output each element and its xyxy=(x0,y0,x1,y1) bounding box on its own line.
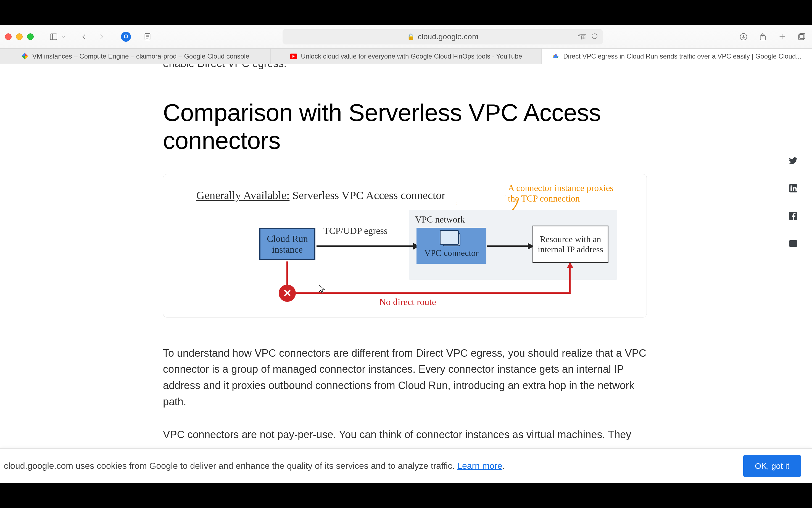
address-bar[interactable]: 🔒 cloud.google.com ᴬ亩 xyxy=(283,29,603,44)
share-icon[interactable] xyxy=(757,31,768,42)
tab-strip: VM instances – Compute Engine – claimora… xyxy=(0,49,812,64)
translate-icon[interactable]: ᴬ亩 xyxy=(578,33,586,41)
url-host: cloud.google.com xyxy=(418,32,478,41)
zoom-window-button[interactable] xyxy=(27,33,34,40)
cookie-accept-button[interactable]: OK, got it xyxy=(743,455,801,477)
tab-label: Unlock cloud value for everyone with Goo… xyxy=(301,52,522,60)
youtube-favicon-icon xyxy=(290,53,297,60)
gcp-favicon-icon xyxy=(21,53,29,60)
reload-icon[interactable] xyxy=(591,33,598,41)
red-path-icon xyxy=(569,267,571,294)
cookie-learn-more-link[interactable]: Learn more xyxy=(457,461,502,471)
connector-instances-icon xyxy=(443,233,460,246)
linkedin-icon[interactable] xyxy=(788,183,799,194)
close-window-button[interactable] xyxy=(5,33,12,40)
comparison-diagram: Generally Available: Serverless VPC Acce… xyxy=(163,174,647,318)
cloud-run-box: Cloud Run instance xyxy=(259,228,315,260)
no-direct-route-label: No direct route xyxy=(379,297,436,307)
downloads-icon[interactable] xyxy=(738,31,749,42)
tab-overview-icon[interactable] xyxy=(796,31,807,42)
article-paragraph: To understand how VPC connectors are dif… xyxy=(163,345,647,410)
tab-gcp-console[interactable]: VM instances – Compute Engine – claimora… xyxy=(0,49,271,64)
reader-mode-icon[interactable] xyxy=(142,31,153,42)
page-viewport: enable Direct VPC egress. Comparison wit… xyxy=(0,64,812,483)
article-paragraph: VPC connectors are not pay-per-use. You … xyxy=(163,427,647,443)
resource-label: Resource with an internal IP address xyxy=(535,234,605,255)
new-tab-icon[interactable] xyxy=(777,31,788,42)
svg-rect-15 xyxy=(790,187,792,191)
browser-toolbar: O 🔒 cloud.google.com ᴬ亩 xyxy=(0,25,812,49)
sidebar-toggle-icon[interactable] xyxy=(48,31,59,42)
cookie-banner: cloud.google.com uses cookies from Googl… xyxy=(0,449,812,483)
arrow-line-icon xyxy=(487,246,528,247)
google-cloud-favicon-icon xyxy=(552,53,559,60)
back-button-icon[interactable] xyxy=(78,31,89,42)
minimize-window-button[interactable] xyxy=(16,33,23,40)
blocked-x-icon: ✕ xyxy=(279,285,296,302)
arrow-line-icon xyxy=(317,246,413,247)
vpc-connector-box: VPC connector xyxy=(416,228,486,264)
diagram-title: Generally Available: Serverless VPC Acce… xyxy=(196,188,445,202)
facebook-icon[interactable] xyxy=(788,210,799,221)
tab-label: Direct VPC egress in Cloud Run sends tra… xyxy=(563,52,801,60)
vpc-network-label: VPC network xyxy=(415,214,617,225)
window-controls xyxy=(5,33,34,40)
email-icon[interactable] xyxy=(788,238,799,249)
article-prev-line: enable Direct VPC egress. xyxy=(163,64,649,71)
diagram-annotation: A connector instance proxies the TCP con… xyxy=(508,183,624,204)
sidebar-dropdown-icon[interactable] xyxy=(61,31,67,42)
svg-rect-13 xyxy=(800,33,805,39)
privacy-report-icon[interactable]: O xyxy=(121,32,131,42)
tab-label: VM instances – Compute Engine – claimora… xyxy=(32,52,249,60)
svg-point-16 xyxy=(790,185,792,186)
mouse-cursor-icon xyxy=(318,285,326,294)
vpc-connector-label: VPC connector xyxy=(424,248,478,258)
safari-window: O 🔒 cloud.google.com ᴬ亩 xyxy=(0,25,812,483)
cookie-text: cloud.google.com uses cookies from Googl… xyxy=(4,461,505,471)
section-heading: Comparison with Serverless VPC Access co… xyxy=(163,98,649,154)
svg-rect-0 xyxy=(50,34,57,40)
lock-icon: 🔒 xyxy=(407,33,414,40)
red-path-icon xyxy=(295,292,570,294)
cloud-run-label: Cloud Run instance xyxy=(267,233,308,255)
forward-button-icon[interactable] xyxy=(96,31,107,42)
tab-youtube[interactable]: Unlock cloud value for everyone with Goo… xyxy=(271,49,541,64)
share-rail xyxy=(788,155,799,249)
svg-rect-12 xyxy=(799,35,804,40)
red-arrowhead-icon xyxy=(567,262,573,268)
resource-box: Resource with an internal IP address xyxy=(532,225,608,263)
tcp-udp-label: TCP/UDP egress xyxy=(323,225,388,236)
tab-cloud-blog[interactable]: Direct VPC egress in Cloud Run sends tra… xyxy=(541,49,812,64)
twitter-icon[interactable] xyxy=(788,155,799,166)
